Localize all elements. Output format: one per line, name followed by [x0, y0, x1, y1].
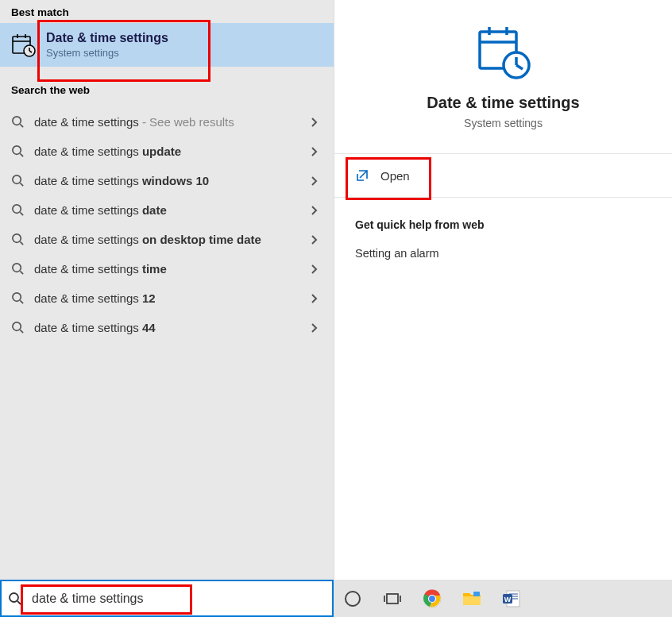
svg-line-20 [20, 300, 23, 303]
chevron-right-icon [310, 117, 318, 128]
web-results-list: date & time settings - See web resultsda… [0, 107, 334, 580]
svg-point-15 [13, 234, 21, 242]
calendar-clock-icon [475, 24, 532, 81]
svg-point-21 [13, 322, 21, 330]
svg-line-31 [17, 601, 21, 604]
quick-help-title: Get quick help from web [355, 218, 651, 231]
search-icon [8, 592, 22, 606]
preview-title: Date & time settings [427, 94, 579, 112]
search-icon [11, 291, 25, 305]
calendar-clock-icon [11, 33, 37, 58]
web-result-item[interactable]: date & time settings - See web results [0, 107, 334, 137]
search-icon [11, 115, 25, 129]
svg-line-18 [20, 271, 23, 274]
svg-point-7 [13, 117, 21, 125]
svg-point-13 [13, 205, 21, 213]
task-view-icon[interactable] [381, 588, 404, 610]
taskbar: W [0, 580, 672, 617]
search-web-header: Search the web [0, 78, 334, 99]
web-result-item[interactable]: date & time settings 44 [0, 313, 334, 342]
svg-line-14 [20, 212, 23, 215]
search-input[interactable] [29, 592, 326, 606]
file-explorer-icon[interactable] [461, 588, 483, 610]
chrome-icon[interactable] [421, 588, 443, 610]
svg-point-32 [346, 592, 360, 606]
chevron-right-icon [310, 146, 318, 157]
open-button[interactable]: Open [334, 154, 672, 198]
svg-point-11 [13, 175, 21, 183]
svg-rect-39 [463, 596, 481, 605]
search-icon [11, 203, 25, 217]
svg-line-10 [20, 153, 23, 156]
preview-subtitle: System settings [464, 117, 543, 129]
web-result-text: date & time settings date [34, 203, 310, 217]
open-label: Open [380, 169, 410, 183]
best-match-title: Date & time settings [46, 31, 168, 45]
web-result-text: date & time settings time [34, 262, 310, 276]
chevron-right-icon [310, 322, 318, 334]
svg-point-9 [13, 146, 21, 154]
svg-rect-33 [387, 594, 398, 604]
web-result-item[interactable]: date & time settings time [0, 254, 334, 283]
preview-panel: Date & time settings System settings Ope… [334, 0, 672, 580]
best-match-subtitle: System settings [46, 47, 168, 59]
search-icon [11, 233, 25, 246]
open-external-icon [355, 168, 369, 183]
chevron-right-icon [310, 175, 318, 187]
web-result-item[interactable]: date & time settings on desktop time dat… [0, 225, 334, 254]
word-icon[interactable]: W [500, 588, 523, 610]
search-icon [11, 174, 25, 187]
chevron-right-icon [310, 234, 318, 245]
svg-rect-40 [473, 592, 480, 596]
web-result-item[interactable]: date & time settings windows 10 [0, 166, 334, 195]
web-result-text: date & time settings 12 [34, 291, 310, 305]
svg-line-16 [20, 241, 23, 245]
search-icon [11, 262, 25, 276]
best-match-header: Best match [0, 0, 334, 21]
best-match-result[interactable]: Date & time settings System settings [0, 23, 334, 67]
chevron-right-icon [310, 264, 318, 275]
chevron-right-icon [310, 293, 318, 304]
search-icon [11, 321, 25, 334]
web-result-item[interactable]: date & time settings update [0, 137, 334, 166]
search-box[interactable] [0, 580, 334, 617]
web-result-item[interactable]: date & time settings 12 [0, 283, 334, 313]
svg-line-8 [20, 124, 23, 127]
search-icon [11, 145, 25, 158]
search-results-panel: Best match Date & time settings System s… [0, 0, 334, 580]
svg-line-12 [20, 183, 23, 186]
web-result-text: date & time settings on desktop time dat… [34, 233, 310, 246]
quick-help-item[interactable]: Setting an alarm [355, 247, 651, 260]
web-result-text: date & time settings 44 [34, 321, 310, 334]
svg-line-22 [20, 330, 23, 333]
svg-point-19 [13, 293, 21, 301]
web-result-item[interactable]: date & time settings date [0, 195, 334, 225]
chevron-right-icon [310, 205, 318, 216]
svg-text:W: W [504, 595, 512, 603]
svg-point-17 [13, 264, 21, 272]
cortana-icon[interactable] [342, 588, 364, 610]
web-result-text: date & time settings - See web results [34, 115, 310, 129]
web-result-text: date & time settings windows 10 [34, 174, 310, 187]
svg-point-30 [10, 593, 18, 602]
web-result-text: date & time settings update [34, 145, 310, 158]
